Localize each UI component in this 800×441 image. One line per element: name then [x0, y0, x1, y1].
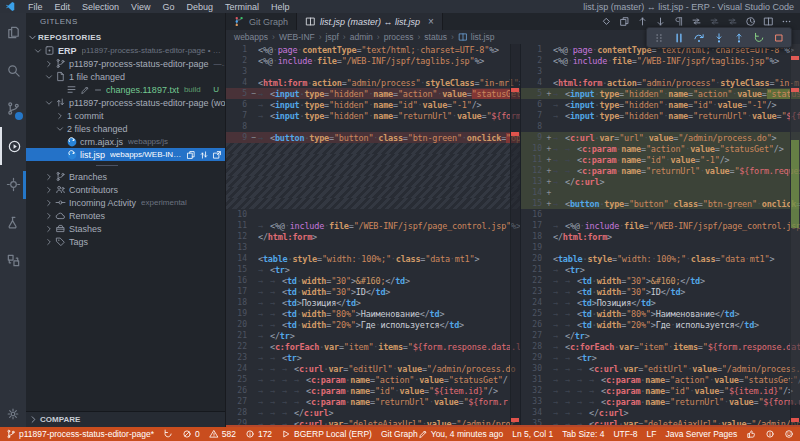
launch-item[interactable]: BGERP Local (ERP): [281, 429, 372, 439]
section-compare[interactable]: COMPARE: [26, 411, 225, 427]
tree-item-branches[interactable]: Branches: [26, 170, 225, 183]
tree-item-2-files-changed[interactable]: 2 files changed: [26, 122, 225, 135]
code-line[interactable]: 18</html:form>: [521, 231, 800, 242]
code-line[interactable]: 24→→<td>Позиция</td>: [521, 297, 800, 308]
code-line[interactable]: 33→→→→<c:param·name="returnUrl"·value="$…: [521, 396, 800, 407]
split-editor-icon[interactable]: [763, 16, 774, 27]
code-line[interactable]: 16: [521, 209, 800, 220]
cursor-position-item[interactable]: Ln 5, Col 1: [512, 429, 553, 439]
eol-item[interactable]: LF: [647, 429, 657, 439]
next-change-icon[interactable]: [655, 16, 666, 27]
diff-original-pane[interactable]: 1<%@·page·contentType="text/html;·charse…: [226, 44, 521, 427]
close-tab-icon[interactable]: ×: [428, 17, 434, 27]
tree-item-tags[interactable]: Tags: [26, 235, 225, 248]
menu-go[interactable]: Go: [156, 2, 180, 12]
encoding-item[interactable]: UTF-8: [613, 429, 637, 439]
feedback-thumbs-icon[interactable]: [746, 429, 756, 439]
open-changes-with-icon[interactable]: [601, 16, 612, 27]
code-line[interactable]: 6→<input·type="hidden"·name="id"·value="…: [521, 99, 800, 110]
tree-item-p11897-process-status-editor-page[interactable]: p11897-process-status-editor-page— origi…: [26, 57, 225, 70]
remote-explorer-icon[interactable]: [0, 241, 26, 279]
tree-item-list-jsp[interactable]: list.jspwebapps/WEB-INF/jspf/admin/pr...: [26, 148, 225, 161]
code-line[interactable]: 5+→<input·type="hidden"·name="action"·va…: [521, 88, 800, 99]
code-line[interactable]: 18→→<td>Позиция</td>: [226, 297, 520, 308]
code-line[interactable]: 12+→→<c:param·name="returnUrl"·value="${…: [521, 165, 800, 176]
menu-terminal[interactable]: Terminal: [219, 2, 265, 12]
breadcrumb-item[interactable]: process: [384, 32, 414, 42]
code-line[interactable]: 5−→<input·type="hidden"·name="action"·va…: [226, 88, 520, 99]
language-item[interactable]: Java Server Pages: [665, 429, 737, 439]
code-line[interactable]: 15→<tr>: [226, 264, 520, 275]
code-line[interactable]: 11→<%@·include·file="/WEB-INF/jspf/page_…: [226, 220, 520, 231]
code-line[interactable]: 3: [521, 66, 800, 77]
code-line[interactable]: 32→→→→<c:param·name="id"·value="${item.i…: [521, 385, 800, 396]
code-line[interactable]: 26→→→→<c:param·name="id"·value="${item.i…: [226, 385, 520, 396]
code-line[interactable]: 22→<c:forEach·var="item"·items="${form.r…: [226, 341, 520, 352]
code-line[interactable]: 23→→<td·width="30">ID</td>: [521, 286, 800, 297]
doccopy-icon[interactable]: [186, 150, 196, 160]
menu-file[interactable]: File: [22, 2, 49, 12]
previous-change-icon[interactable]: [637, 16, 648, 27]
breadcrumb-item[interactable]: webapps: [234, 32, 268, 42]
menu-help[interactable]: Help: [265, 2, 296, 12]
code-line[interactable]: 21→</tr>: [226, 330, 520, 341]
toggle-whitespace-icon[interactable]: [673, 16, 684, 27]
pause-icon[interactable]: [673, 32, 685, 44]
tree-item-p11897-process-status-editor-page-working-[interactable]: p11897-process-status-editor-page (worki…: [26, 96, 225, 109]
left-overview-ruler[interactable]: [510, 44, 520, 427]
code-line[interactable]: 2<%@·include·file="/WEB-INF/jspf/taglibs…: [521, 55, 800, 66]
code-line[interactable]: 7→<input·type="hidden"·name="returnUrl"·…: [521, 110, 800, 121]
source-control-icon[interactable]: [0, 89, 26, 127]
tree-item-incoming-activity[interactable]: Incoming Activityexperimental: [26, 196, 225, 209]
code-line[interactable]: 20→→<td·width="20%">Где·используется</td…: [226, 319, 520, 330]
code-line[interactable]: 21→<tr>: [521, 264, 800, 275]
code-line[interactable]: 25→→<td·width="80%">Наименование</td>: [521, 308, 800, 319]
code-line[interactable]: 34→→→</c:url>: [521, 407, 800, 418]
code-line[interactable]: 16→→<td·width="30">&#160;</td>: [226, 275, 520, 286]
menu-view[interactable]: View: [125, 2, 156, 12]
code-line[interactable]: 8: [521, 121, 800, 132]
tree-item-1-commit[interactable]: 1 commit: [26, 109, 225, 122]
code-line[interactable]: 24→→→<c:url·var="editUrl"·value="/admin/…: [226, 363, 520, 374]
breadcrumb-item[interactable]: WEB-INF: [279, 32, 315, 42]
code-line[interactable]: 26→→<td·width="20%">Где·используется</td…: [521, 319, 800, 330]
swap-sides-icon[interactable]: [691, 16, 702, 27]
code-line[interactable]: 14+: [521, 187, 800, 198]
tab-list-jsp-diff[interactable]: list.jsp (master) ↔ list.jsp×: [297, 13, 443, 30]
warnings-item[interactable]: 582: [209, 429, 236, 439]
testing-beaker-icon[interactable]: [0, 203, 26, 241]
code-line[interactable]: 25→→→→<c:param·name="action"·value="stat…: [226, 374, 520, 385]
code-line[interactable]: 15+→<button·type="button"·class="btn-gre…: [521, 198, 800, 209]
code-line[interactable]: 6→<input·type="hidden"·name="id"·value="…: [226, 99, 520, 110]
code-line[interactable]: 11+→→<c:param·name="id"·value="-1"/>: [521, 154, 800, 165]
menu-edit[interactable]: Edit: [49, 2, 77, 12]
code-line[interactable]: 23→→<tr>: [226, 352, 520, 363]
tab-size-item[interactable]: Tab Size: 4: [562, 429, 604, 439]
code-line[interactable]: 19: [521, 242, 800, 253]
code-line[interactable]: 31→→→→<c:param·name="action"·value="stat…: [521, 374, 800, 385]
info-circle-icon[interactable]: [765, 429, 775, 439]
tree-item-crm-ajax-js[interactable]: crm.ajax.jswebapps/js: [26, 135, 225, 148]
breadcrumb-item[interactable]: admin: [350, 32, 373, 42]
tree-item-changes-11897-txt[interactable]: changes.11897.txtbuildU: [26, 83, 225, 96]
timeline-clock-icon[interactable]: [745, 16, 756, 27]
code-line[interactable]: 29→→<tr>: [521, 352, 800, 363]
code-line[interactable]: 19→→<td·width="80%">Наименование</td>: [226, 308, 520, 319]
code-line[interactable]: 29→→→<c:url·var="deleteAjaxUrl"·value="/…: [226, 418, 520, 427]
errors-item[interactable]: 0: [182, 429, 200, 439]
code-line[interactable]: 30→→→<c:url·var="editUrl"·value="/admin/…: [521, 363, 800, 374]
breadcrumb-item[interactable]: jspf: [326, 32, 339, 42]
stop-icon[interactable]: [773, 32, 785, 44]
step-over-icon[interactable]: [693, 32, 705, 44]
compare-mode-icon[interactable]: [727, 16, 738, 27]
code-line[interactable]: 8: [226, 121, 520, 132]
restart-icon[interactable]: [753, 32, 765, 44]
menu-debug[interactable]: Debug: [180, 2, 219, 12]
code-line[interactable]: 2<%@·include·file="/WEB-INF/jspf/taglibs…: [226, 55, 520, 66]
search-icon[interactable]: [0, 51, 26, 89]
breadcrumb-item[interactable]: status: [424, 32, 447, 42]
explorer-icon[interactable]: [0, 13, 26, 51]
open-file-icon[interactable]: [619, 16, 630, 27]
settings-gear-icon[interactable]: [0, 407, 26, 421]
step-into-icon[interactable]: [713, 32, 725, 44]
